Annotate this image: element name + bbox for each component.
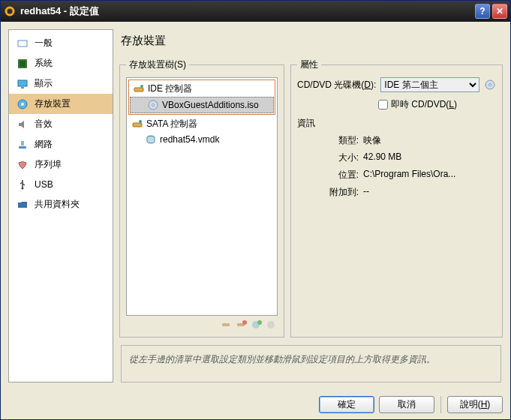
svg-point-23	[257, 320, 262, 325]
info-att-val: --	[363, 186, 496, 199]
info-section: 資訊 類型:映像 大小:42.90 MB 位置:C:\Program Files…	[297, 117, 496, 199]
svg-point-26	[489, 84, 491, 86]
window-title: redhat54 - 設定值	[20, 4, 473, 18]
sidebar-item-label: 系統	[35, 57, 53, 70]
tree-legend: 存放裝置樹(S)	[126, 58, 189, 71]
usb-icon	[17, 178, 29, 190]
cancel-button[interactable]: 取消	[379, 396, 434, 413]
controller-icon	[131, 118, 143, 130]
attrs-legend: 屬性	[297, 58, 321, 71]
serial-icon	[17, 159, 29, 171]
audio-icon	[17, 118, 29, 130]
storage-tree-fieldset: 存放裝置樹(S) IDE 控制器 VBoxGuestAdditions.iso	[119, 58, 284, 338]
titlebar: redhat54 - 設定值 ? ✕	[1, 1, 510, 22]
sidebar-item-system[interactable]: 系統	[9, 53, 113, 74]
sidebar-item-serial[interactable]: 序列埠	[9, 154, 113, 175]
svg-point-21	[242, 320, 247, 325]
svg-point-17	[139, 120, 142, 123]
dialog-buttons: 確定 取消 說明(H)	[1, 390, 510, 419]
controller-icon	[133, 83, 145, 95]
sidebar-item-storage[interactable]: 存放裝置	[9, 94, 113, 114]
info-legend: 資訊	[297, 117, 496, 130]
tree-node-label: redhat54.vmdk	[160, 134, 219, 145]
hint-box: 從左手邊的清單中選取設定類別並移動滑鼠到設定項目的上方取得更多資訊。	[121, 345, 501, 382]
drive-select[interactable]: IDE 第二個主	[380, 77, 479, 92]
ok-button[interactable]: 確定	[319, 396, 374, 413]
remove-controller-icon[interactable]	[236, 319, 248, 331]
sidebar-item-label: 一般	[35, 37, 53, 50]
svg-point-8	[21, 103, 24, 106]
titlebar-help-button[interactable]: ?	[475, 4, 490, 19]
info-size-val: 42.90 MB	[363, 152, 496, 164]
info-loc-key: 位置:	[318, 169, 363, 182]
sidebar-item-label: 音效	[35, 118, 53, 130]
svg-point-24	[267, 321, 275, 328]
svg-rect-5	[18, 80, 27, 86]
page-title: 存放裝置	[119, 29, 503, 58]
sidebar-item-label: 序列埠	[35, 158, 62, 171]
system-icon	[17, 58, 29, 70]
livecd-checkbox[interactable]	[378, 100, 388, 110]
general-icon	[17, 38, 29, 50]
sidebar-item-usb[interactable]: USB	[9, 175, 113, 194]
drive-row: CD/DVD 光碟機(D): IDE 第二個主	[297, 77, 496, 92]
svg-point-13	[140, 85, 143, 88]
livecd-row: 即時 CD/DVD(L)	[297, 98, 496, 111]
tree-node-label: VBoxGuestAdditions.iso	[162, 100, 259, 110]
content-panel: 存放裝置 存放裝置樹(S) IDE 控制器 VBoxGuestAddition	[119, 29, 503, 382]
browse-disc-icon[interactable]	[484, 79, 496, 91]
info-type-val: 映像	[363, 134, 496, 147]
sidebar-item-label: 網路	[35, 138, 53, 151]
button-separator	[440, 396, 441, 413]
sidebar-item-shared[interactable]: 共用資料夾	[9, 194, 113, 214]
svg-rect-9	[19, 146, 26, 148]
disc-icon	[147, 99, 159, 111]
tree-node-label: IDE 控制器	[148, 82, 192, 95]
tree-node-vmdk[interactable]: redhat54.vmdk	[128, 132, 275, 147]
sidebar-item-label: 共用資料夾	[35, 198, 80, 211]
sidebar-item-network[interactable]: 網路	[9, 134, 113, 154]
tree-node-sata-controller[interactable]: SATA 控制器	[128, 116, 275, 132]
storage-tree[interactable]: IDE 控制器 VBoxGuestAdditions.iso SATA 控制器	[126, 77, 278, 316]
add-controller-icon[interactable]	[221, 319, 233, 331]
tree-toolbar	[126, 316, 278, 331]
sidebar-item-general[interactable]: 一般	[9, 33, 113, 53]
tree-node-ide-controller[interactable]: IDE 控制器	[130, 81, 274, 97]
svg-rect-4	[20, 61, 26, 67]
hdd-icon	[145, 134, 157, 146]
svg-rect-19	[222, 323, 230, 326]
sidebar-item-display[interactable]: 顯示	[9, 74, 113, 94]
svg-point-15	[152, 104, 155, 106]
drive-label: CD/DVD 光碟機(D):	[297, 79, 376, 92]
category-sidebar: 一般 系統 顯示 存放裝置 音效 網路 序列埠 USB 共用資料夾	[8, 29, 113, 382]
display-icon	[17, 78, 29, 90]
remove-attachment-icon[interactable]	[266, 319, 278, 331]
svg-rect-10	[21, 141, 24, 146]
sidebar-item-label: 顯示	[35, 77, 53, 90]
livecd-label: 即時 CD/DVD(L)	[391, 98, 457, 111]
storage-icon	[17, 98, 29, 110]
svg-rect-16	[133, 123, 142, 127]
tree-node-label: SATA 控制器	[146, 118, 197, 130]
help-button[interactable]: 說明(H)	[447, 396, 503, 413]
sidebar-item-label: USB	[35, 179, 53, 190]
dialog-body: 一般 系統 顯示 存放裝置 音效 網路 序列埠 USB 共用資料夾 存放裝置 存…	[1, 22, 510, 390]
svg-point-11	[22, 188, 24, 190]
attributes-fieldset: 屬性 CD/DVD 光碟機(D): IDE 第二個主 即時 CD/DVD(L)	[290, 58, 503, 338]
sidebar-item-label: 存放裝置	[35, 98, 71, 110]
info-att-key: 附加到:	[318, 186, 363, 199]
sidebar-item-audio[interactable]: 音效	[9, 114, 113, 134]
add-attachment-icon[interactable]	[251, 319, 263, 331]
info-size-key: 大小:	[318, 152, 363, 164]
info-type-key: 類型:	[318, 134, 363, 147]
svg-rect-12	[134, 88, 143, 92]
svg-point-1	[8, 10, 11, 13]
gear-icon	[4, 5, 16, 17]
tree-node-iso[interactable]: VBoxGuestAdditions.iso	[130, 97, 274, 113]
titlebar-close-button[interactable]: ✕	[492, 4, 507, 19]
info-loc-val: C:\Program Files\Ora...	[363, 169, 496, 182]
folder-icon	[17, 199, 29, 211]
svg-rect-6	[21, 87, 24, 88]
settings-window: redhat54 - 設定值 ? ✕ 一般 系統 顯示 存放裝置 音效 網路 序…	[0, 0, 511, 420]
network-icon	[17, 139, 29, 151]
